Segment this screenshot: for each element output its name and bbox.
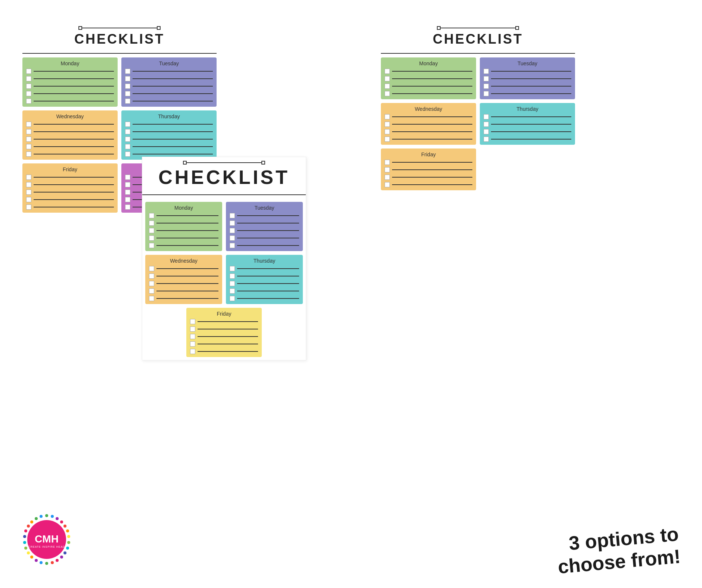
checkbox[interactable] [230,273,235,279]
checkbox[interactable] [385,91,390,96]
checkbox[interactable] [385,137,390,142]
corner-sq-left-tr [437,26,441,30]
checkbox[interactable] [26,122,31,127]
checkbox[interactable] [149,288,154,294]
checkbox[interactable] [125,122,130,127]
checkbox[interactable] [125,98,130,104]
checkbox[interactable] [190,349,195,354]
checkbox[interactable] [190,326,195,332]
checkbox[interactable] [125,76,130,81]
checkbox[interactable] [26,137,31,142]
checkbox[interactable] [26,84,31,89]
checkbox[interactable] [149,220,154,226]
row-line [34,177,114,178]
checkbox[interactable] [385,114,390,119]
checkbox[interactable] [230,243,235,248]
checkbox[interactable] [385,69,390,74]
checkbox[interactable] [230,228,235,233]
day-block-friday-tl: Friday [22,163,118,213]
day-row [484,91,571,96]
checkbox[interactable] [484,76,489,81]
checkbox[interactable] [230,213,235,218]
checkbox[interactable] [484,114,489,119]
day-row [26,69,114,74]
day-row [149,213,218,218]
checkbox[interactable] [26,182,31,187]
checkbox[interactable] [149,243,154,248]
checkbox[interactable] [125,151,130,157]
day-header-wednesday-tr: Wednesday [385,106,472,112]
checkbox[interactable] [385,76,390,81]
row-line [491,116,571,117]
svg-point-10 [63,551,66,554]
row-line [392,131,472,132]
checkbox[interactable] [190,319,195,324]
checkbox[interactable] [385,167,390,172]
checkbox[interactable] [484,84,489,89]
checkbox[interactable] [125,182,130,187]
checkbox[interactable] [125,129,130,134]
checkbox[interactable] [149,228,154,233]
checkbox[interactable] [385,175,390,180]
checkbox[interactable] [125,91,130,96]
checkbox[interactable] [484,91,489,96]
row-line [237,283,299,284]
checkbox[interactable] [26,197,31,202]
checkbox[interactable] [230,288,235,294]
checkbox[interactable] [385,129,390,134]
checkbox[interactable] [149,296,154,301]
checkbox[interactable] [190,341,195,347]
svg-point-9 [66,547,69,550]
checkbox[interactable] [230,281,235,286]
day-row [125,91,213,96]
svg-point-24 [30,520,33,523]
checkbox[interactable] [149,273,154,279]
day-row [149,235,218,241]
day-row [190,319,258,324]
checkbox[interactable] [385,122,390,127]
checkbox[interactable] [26,151,31,157]
svg-point-7 [67,535,70,538]
day-row [26,151,114,157]
checkbox[interactable] [385,84,390,89]
checkbox[interactable] [230,220,235,226]
checkbox[interactable] [484,69,489,74]
checkbox[interactable] [26,144,31,149]
checkbox[interactable] [26,190,31,195]
checkbox[interactable] [230,235,235,241]
checkbox[interactable] [125,190,130,195]
checkbox[interactable] [26,175,31,180]
checkbox[interactable] [125,137,130,142]
checkbox[interactable] [230,296,235,301]
checkbox[interactable] [385,182,390,187]
checkbox[interactable] [26,98,31,104]
row-line [491,71,571,72]
corner-decoration-center [150,161,298,165]
corner-sq-right-tl [157,26,161,30]
checkbox[interactable] [26,69,31,74]
checkbox[interactable] [149,266,154,271]
checkbox[interactable] [484,137,489,142]
checkbox[interactable] [26,129,31,134]
checkbox[interactable] [26,204,31,210]
checkbox[interactable] [149,213,154,218]
checkbox[interactable] [125,197,130,202]
svg-point-19 [24,547,27,550]
checkbox[interactable] [149,281,154,286]
checkbox[interactable] [125,144,130,149]
day-row [26,137,114,142]
checkbox[interactable] [484,129,489,134]
checkbox[interactable] [125,69,130,74]
checkbox[interactable] [190,334,195,339]
day-row [385,114,472,119]
checkbox[interactable] [484,122,489,127]
day-row [230,235,299,241]
checkbox[interactable] [26,76,31,81]
checkbox[interactable] [26,91,31,96]
checkbox[interactable] [125,84,130,89]
checkbox[interactable] [230,266,235,271]
checkbox[interactable] [125,204,130,210]
checkbox[interactable] [149,235,154,241]
checkbox[interactable] [125,175,130,180]
checkbox[interactable] [385,160,390,165]
